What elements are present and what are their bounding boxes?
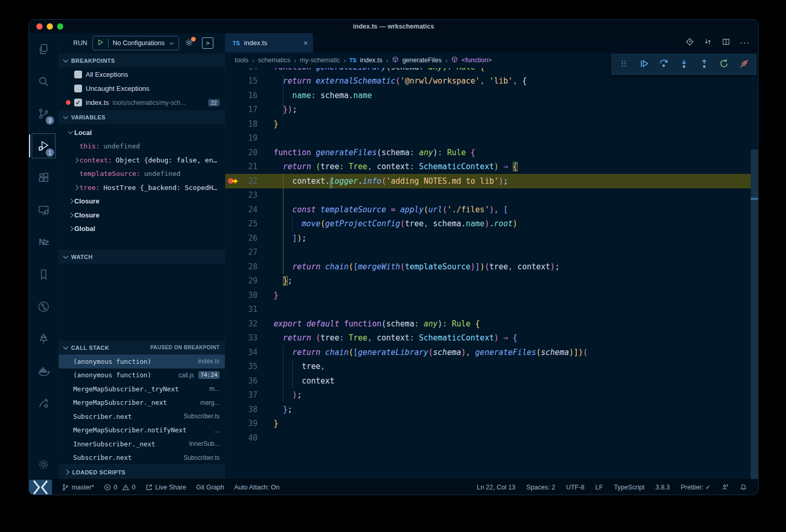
code-line-34[interactable]: 34 return chain([generateLibrary(schema)… <box>225 345 751 360</box>
call-stack-frame[interactable]: MergeMapSubscriber._nextmerg... <box>59 396 225 410</box>
gutter-line-16[interactable]: 16 <box>225 91 274 100</box>
gutter-line-22[interactable]: 22 <box>225 176 274 186</box>
start-debug-icon[interactable] <box>97 39 104 47</box>
code-line-31[interactable]: 31 <box>225 303 751 317</box>
code-line-21[interactable]: 21 return (tree: Tree, context: Schemati… <box>225 160 751 174</box>
gutter-line-32[interactable]: 32 <box>225 319 274 329</box>
bookmarks-icon[interactable] <box>29 258 58 291</box>
code-editor[interactable]: 14function generateLibrary(schema: any):… <box>225 68 758 479</box>
remote-explorer-icon[interactable] <box>29 194 58 226</box>
docker-icon[interactable] <box>29 355 58 387</box>
breakpoint-checkbox[interactable] <box>74 71 82 78</box>
settings-gear-icon[interactable] <box>29 450 58 479</box>
step-into-button[interactable] <box>679 58 689 71</box>
call-stack-frame[interactable]: MergeMapSubscriber._tryNextm... <box>59 382 225 396</box>
code-line-26[interactable]: 26 ]); <box>225 231 751 245</box>
editor-scrollbar[interactable] <box>751 68 758 479</box>
more-actions-icon[interactable]: ··· <box>740 38 750 48</box>
watch-section-header[interactable]: WATCH <box>59 249 225 264</box>
gutter-line-23[interactable]: 23 <box>225 190 274 200</box>
breadcrumb-item[interactable]: generateFiles <box>402 57 442 64</box>
variable-row[interactable]: templateSource:undefined <box>59 167 225 181</box>
code-line-20[interactable]: 20function generateFiles(schema: any): R… <box>225 145 751 160</box>
gutter-line-33[interactable]: 33 <box>225 333 274 343</box>
auto-attach-status[interactable]: Auto Attach: On <box>234 484 280 491</box>
todo-tree-icon[interactable] <box>29 323 58 355</box>
open-changes-icon[interactable] <box>703 37 712 48</box>
extensions-icon[interactable] <box>29 162 58 194</box>
variables-section-header[interactable]: VARIABLES <box>59 110 225 124</box>
disconnect-button[interactable] <box>739 58 750 71</box>
gutter-line-31[interactable]: 31 <box>225 305 274 314</box>
code-line-23[interactable]: 23 <box>225 188 751 203</box>
code-line-30[interactable]: 30} <box>225 288 751 303</box>
split-editor-icon[interactable] <box>722 37 730 48</box>
code-line-33[interactable]: 33 return (tree: Tree, context: Schemati… <box>225 331 751 346</box>
explorer-icon[interactable] <box>29 33 58 65</box>
variable-scope-row[interactable]: Closure <box>59 208 225 222</box>
variable-scope-row[interactable]: Global <box>59 222 225 236</box>
cursor-position-status[interactable]: Ln 22, Col 13 <box>477 484 515 491</box>
call-stack-frame[interactable]: InnerSubscriber._nextInnerSub... <box>59 437 225 451</box>
gitlens-icon[interactable] <box>29 291 58 323</box>
gutter-line-17[interactable]: 17 <box>225 105 274 114</box>
breadcrumb-item[interactable]: <function> <box>462 57 492 64</box>
code-line-19[interactable]: 19 <box>225 131 751 146</box>
code-line-39[interactable]: 39} <box>225 417 751 431</box>
restart-button[interactable] <box>719 58 729 71</box>
tab-index-ts[interactable]: TS index.ts × <box>225 33 313 52</box>
code-line-38[interactable]: 38 }; <box>225 402 751 417</box>
breakpoint-row[interactable]: All Exceptions <box>59 67 225 81</box>
language-status[interactable]: TypeScript <box>614 484 644 491</box>
call-stack-frame[interactable]: MergeMapSubscriber.notifyNext... <box>59 424 225 438</box>
gutter-line-30[interactable]: 30 <box>225 291 274 300</box>
code-line-16[interactable]: 16 name: schema.name <box>225 88 751 103</box>
nx-console-icon[interactable]: N≥ <box>29 226 58 258</box>
run-debug-icon[interactable]: 1 <box>29 130 58 162</box>
breakpoint-row[interactable]: Uncaught Exceptions <box>59 81 225 96</box>
breadcrumb-item[interactable]: index.ts <box>360 57 382 64</box>
gutter-line-21[interactable]: 21 <box>225 162 274 171</box>
feedback-icon[interactable] <box>722 484 729 491</box>
code-line-24[interactable]: 24 const templateSource = apply(url('./f… <box>225 202 751 217</box>
indentation-status[interactable]: Spaces: 2 <box>526 484 555 491</box>
call-stack-frame[interactable]: Subscriber.nextSubscriber.ts <box>59 451 225 465</box>
loaded-scripts-section-header[interactable]: LOADED SCRIPTS <box>59 465 225 479</box>
breakpoint-row[interactable]: index.tstools/schematics/my-sch...22 <box>59 96 225 110</box>
code-line-15[interactable]: 15 return externalSchematic('@nrwl/works… <box>225 74 751 89</box>
call-stack-frame[interactable]: (anonymous function)call.js74:24 <box>59 369 225 383</box>
live-share-status[interactable]: Live Share <box>145 484 186 491</box>
variable-row[interactable]: context:Object {debug: false, en… <box>59 153 225 167</box>
gutter-line-14[interactable]: 14 <box>225 68 274 72</box>
gutter-line-38[interactable]: 38 <box>225 405 274 414</box>
gutter-line-28[interactable]: 28 <box>225 262 274 271</box>
code-line-27[interactable]: 27 <box>225 245 751 260</box>
step-out-button[interactable] <box>699 58 710 71</box>
call-stack-frame[interactable]: Subscriber.nextSubscriber.ts <box>59 410 225 424</box>
close-tab-icon[interactable]: × <box>303 38 308 47</box>
gitlens-compare-icon[interactable] <box>685 37 694 48</box>
configure-gear-icon[interactable] <box>184 38 194 49</box>
git-graph-status[interactable]: Git Graph <box>196 484 224 491</box>
gutter-line-24[interactable]: 24 <box>225 205 274 214</box>
gutter-line-29[interactable]: 29 <box>225 276 274 285</box>
gutter-line-27[interactable]: 27 <box>225 248 274 257</box>
breakpoints-section-header[interactable]: BREAKPOINTS <box>59 53 225 67</box>
launch-configuration-dropdown[interactable]: No Configurations <box>92 36 179 50</box>
call-stack-frame[interactable]: (anonymous function)index.ts <box>59 354 225 369</box>
gutter-line-18[interactable]: 18 <box>225 119 274 129</box>
code-line-22[interactable]: 22 context.logger.info('adding NOTES.md … <box>225 174 751 188</box>
git-branch-status[interactable]: master* <box>62 484 94 491</box>
variable-scope-row[interactable]: Local <box>59 126 225 140</box>
problems-status[interactable]: 0 0 <box>104 484 135 491</box>
gutter-line-19[interactable]: 19 <box>225 133 274 143</box>
breakpoint-checkbox[interactable] <box>74 99 82 106</box>
breakpoint-checkbox[interactable] <box>74 85 82 92</box>
code-line-32[interactable]: 32export default function(schema: any): … <box>225 317 751 331</box>
code-line-29[interactable]: 29 }; <box>225 274 751 289</box>
typescript-version-status[interactable]: 3.8.3 <box>655 484 670 491</box>
gutter-line-40[interactable]: 40 <box>225 433 274 443</box>
code-line-18[interactable]: 18} <box>225 117 751 131</box>
remote-indicator[interactable] <box>29 480 52 495</box>
code-line-40[interactable]: 40 <box>225 431 751 445</box>
